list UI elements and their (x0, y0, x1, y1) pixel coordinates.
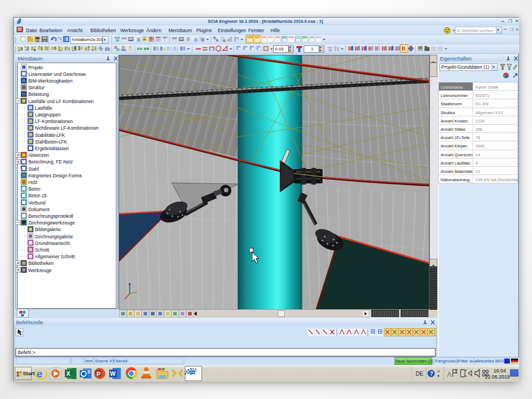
svg-text:e: e (37, 368, 43, 380)
svg-text:B: B (395, 45, 399, 52)
svg-text:B: B (361, 45, 365, 52)
svg-text:Absenzen: Absenzen (28, 152, 49, 158)
svg-text:B: B (382, 45, 386, 52)
svg-text:Werkzeuge: Werkzeuge (28, 268, 52, 273)
svg-text:16:04: 16:04 (493, 368, 506, 374)
svg-text:Ergebnisklassen: Ergebnisklassen (35, 146, 69, 151)
svg-text:B: B (402, 45, 406, 52)
svg-text:Struktur: Struktur (28, 85, 45, 90)
svg-text:LF-Kombinationen: LF-Kombinationen (35, 119, 73, 124)
svg-text:Integriertes Design Forms: Integriertes Design Forms (28, 173, 81, 178)
svg-text:Grundrissansicht: Grundrissansicht (35, 241, 70, 246)
svg-text:Lastgruppen: Lastgruppen (35, 112, 61, 117)
svg-text:Bildergalerie: Bildergalerie (35, 227, 61, 232)
svg-text:B: B (348, 45, 352, 52)
svg-text:B: B (368, 45, 372, 52)
svg-text:Lastfälle und LF-Kombinationen: Lastfälle und LF-Kombinationen (28, 99, 94, 104)
svg-text:B: B (375, 45, 378, 52)
svg-text:Berechnungsprotokoll: Berechnungsprotokoll (28, 213, 73, 219)
svg-text:Lastfälle: Lastfälle (35, 105, 53, 111)
svg-text:Belastung: Belastung (28, 91, 49, 97)
svg-text:Stabilitäts-LFK: Stabilitäts-LFK (35, 132, 65, 138)
svg-text:o: o (437, 369, 440, 374)
svg-text:W: W (110, 370, 116, 377)
svg-text:P: P (96, 371, 100, 377)
svg-text:Stahlbeton-LFK: Stahlbeton-LFK (35, 139, 68, 145)
svg-text:X: X (66, 370, 71, 377)
svg-text:Verbund: Verbund (28, 200, 46, 206)
svg-text:Beton: Beton (28, 186, 40, 192)
svg-text:▾: ▾ (437, 374, 439, 378)
svg-text:?: ? (430, 371, 433, 377)
svg-text:Schnitt: Schnitt (35, 247, 49, 253)
svg-text:Holz: Holz (28, 180, 38, 185)
svg-text:Linienraster und Geschosse: Linienraster und Geschosse (28, 71, 86, 77)
svg-text:B: B (355, 45, 359, 52)
svg-text:Nichtlineare LF-Kombinationen: Nichtlineare LF-Kombinationen (35, 125, 99, 131)
svg-text:⋀: ⋀ (447, 371, 452, 377)
svg-text:Projekt: Projekt (28, 65, 43, 70)
svg-text:Zeichnungsgalerie: Zeichnungsgalerie (35, 234, 73, 239)
svg-text:Zeichnungswerkzeuge: Zeichnungswerkzeuge (28, 220, 75, 226)
svg-text:Berechnung, FE-Netz: Berechnung, FE-Netz (28, 159, 73, 165)
svg-text:Stahl: Stahl (28, 166, 39, 172)
svg-text:Bibliotheken: Bibliotheken (28, 260, 54, 266)
svg-text:Dokument: Dokument (28, 207, 50, 212)
svg-text:B: B (388, 45, 392, 52)
svg-text:DE: DE (416, 371, 423, 377)
svg-text:BIM-Werkzeugkasten: BIM-Werkzeugkasten (28, 78, 73, 84)
svg-text:Allgemeiner Schnitt: Allgemeiner Schnitt (35, 254, 75, 259)
svg-text:Beton 15: Beton 15 (28, 193, 47, 198)
svg-text:22.06.2019: 22.06.2019 (485, 374, 510, 380)
